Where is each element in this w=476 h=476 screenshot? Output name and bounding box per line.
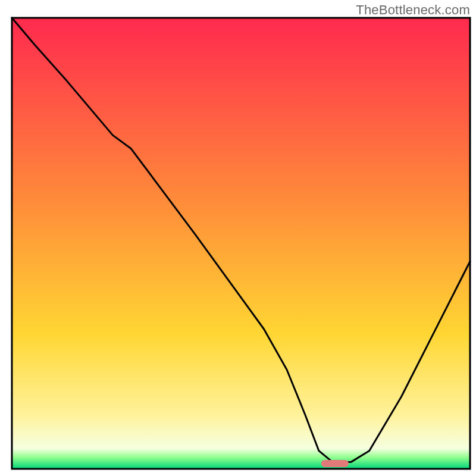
optimal-marker [321, 460, 349, 467]
watermark-text: TheBottleneck.com [356, 2, 470, 18]
chart-container: TheBottleneck.com [0, 0, 476, 476]
bottleneck-chart [0, 0, 476, 476]
plot-background [12, 18, 470, 469]
